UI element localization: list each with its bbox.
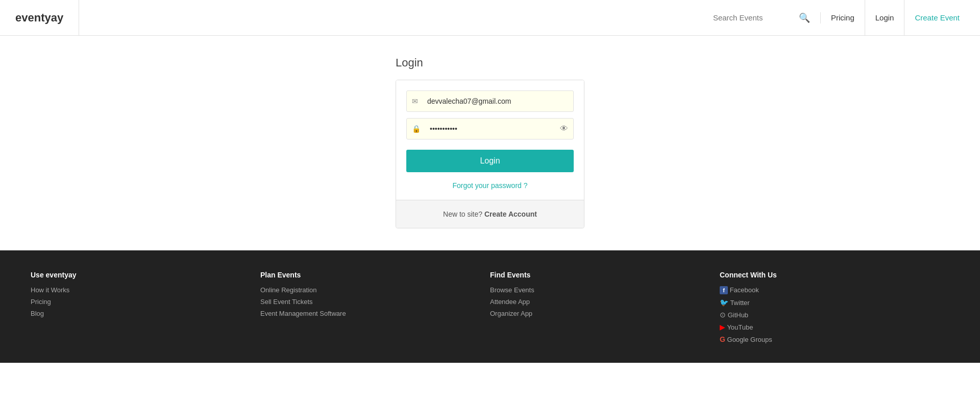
github-icon: ⊙ (720, 311, 726, 319)
email-input-group: ✉ (406, 90, 574, 112)
footer-link-blog[interactable]: Blog (31, 310, 250, 317)
email-icon: ✉ (407, 97, 423, 105)
login-button[interactable]: Login (406, 150, 574, 172)
search-input[interactable] (713, 13, 795, 22)
footer-link-facebook[interactable]: f Facebook (720, 286, 939, 294)
email-field[interactable] (423, 91, 573, 111)
footer-col-use-eventyay: Use eventyay How it Works Pricing Blog (31, 271, 260, 347)
login-link[interactable]: Login (865, 0, 905, 36)
footer-link-google-groups[interactable]: G Google Groups (720, 335, 939, 343)
header-right: 🔍 Pricing Login Create Event (703, 0, 970, 36)
footer-link-sell-tickets[interactable]: Sell Event Tickets (260, 298, 480, 306)
footer-col-use-eventyay-heading: Use eventyay (31, 271, 250, 279)
toggle-password-button[interactable]: 👁 (555, 124, 573, 133)
create-account-bar: New to site? Create Account (396, 200, 584, 228)
footer-col-plan-events-heading: Plan Events (260, 271, 480, 279)
footer: Use eventyay How it Works Pricing Blog P… (0, 250, 980, 363)
footer-link-github[interactable]: ⊙ GitHub (720, 311, 939, 319)
footer-col-connect-heading: Connect With Us (720, 271, 939, 279)
footer-col-find-events: Find Events Browse Events Attendee App O… (490, 271, 720, 347)
footer-link-how-it-works[interactable]: How it Works (31, 286, 250, 294)
pricing-link[interactable]: Pricing (821, 0, 865, 36)
password-input-group: 🔒 👁 (406, 118, 574, 139)
login-card: ✉ 🔒 👁 Login Forgot your password ? (396, 80, 584, 228)
footer-link-pricing[interactable]: Pricing (31, 298, 250, 306)
footer-col-connect: Connect With Us f Facebook 🐦 Twitter ⊙ G… (720, 271, 949, 347)
lock-icon: 🔒 (407, 125, 426, 133)
footer-link-online-registration[interactable]: Online Registration (260, 286, 480, 294)
logo-wrap: eventyay (0, 0, 79, 35)
twitter-icon: 🐦 (720, 298, 728, 307)
footer-link-twitter[interactable]: 🐦 Twitter (720, 298, 939, 307)
create-account-link[interactable]: New to site? Create Account (443, 210, 537, 218)
search-wrap: 🔍 (703, 12, 821, 24)
footer-link-event-management[interactable]: Event Management Software (260, 310, 480, 317)
new-to-site-text: New to site? (443, 210, 482, 218)
search-icon: 🔍 (799, 13, 810, 23)
google-icon: G (720, 335, 725, 343)
footer-link-organizer-app[interactable]: Organizer App (490, 310, 709, 317)
main-content: Login ✉ 🔒 👁 Login Forgot your passw (0, 36, 980, 250)
footer-col-plan-events: Plan Events Online Registration Sell Eve… (260, 271, 490, 347)
eye-icon: 👁 (560, 124, 568, 133)
youtube-icon: ▶ (720, 323, 725, 331)
create-account-text: Create Account (484, 210, 537, 218)
footer-link-attendee-app[interactable]: Attendee App (490, 298, 709, 306)
login-title: Login (396, 56, 423, 69)
facebook-icon: f (720, 286, 728, 294)
footer-link-youtube[interactable]: ▶ YouTube (720, 323, 939, 331)
main-header: eventyay 🔍 Pricing Login Create Event (0, 0, 980, 36)
logo[interactable]: eventyay (15, 11, 63, 25)
footer-link-browse-events[interactable]: Browse Events (490, 286, 709, 294)
login-form: ✉ 🔒 👁 Login Forgot your password ? (396, 80, 584, 200)
create-event-button[interactable]: Create Event (904, 0, 970, 36)
footer-col-find-events-heading: Find Events (490, 271, 709, 279)
forgot-password-link[interactable]: Forgot your password ? (406, 181, 574, 190)
search-icon-button[interactable]: 🔍 (799, 12, 810, 24)
password-field[interactable] (426, 119, 555, 139)
